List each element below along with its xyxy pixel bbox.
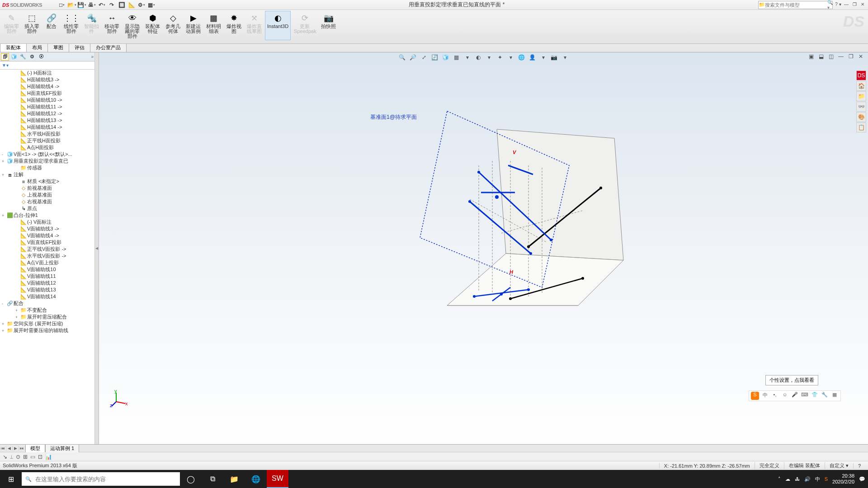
- tree-node[interactable]: 📐V面辅助线11: [0, 273, 94, 280]
- expand-icon[interactable]: +: [2, 322, 6, 326]
- solidworks-taskbar-icon[interactable]: SW: [267, 470, 288, 488]
- view-btn-3[interactable]: 🔄: [430, 54, 439, 62]
- vp-max-icon[interactable]: ❐: [846, 53, 855, 61]
- taskpane-resources-icon[interactable]: DS: [856, 70, 866, 80]
- taskpane-property-icon[interactable]: 📋: [856, 122, 866, 132]
- ribbon-insert-component[interactable]: ⬚插入零部件: [22, 11, 42, 40]
- ime-cn-icon[interactable]: 中: [761, 392, 769, 400]
- view-btn-14[interactable]: 📷: [550, 54, 559, 62]
- ime-keyboard-icon[interactable]: ⌨: [801, 392, 809, 400]
- windows-search-box[interactable]: 🔍: [22, 472, 180, 486]
- expand-icon[interactable]: +: [2, 159, 6, 164]
- ime-menu-icon[interactable]: ▦: [830, 392, 839, 400]
- ribbon-bom[interactable]: ▦材料明细表: [204, 11, 223, 40]
- notification-icon[interactable]: 💬: [859, 476, 865, 482]
- tree-node[interactable]: 📐正平线H面投影: [0, 137, 94, 144]
- tree-node[interactable]: 📐H面辅助线14 ->: [0, 124, 94, 131]
- qat-save[interactable]: 💾: [78, 1, 86, 9]
- tree-node[interactable]: ↳原点: [0, 205, 94, 212]
- tree-node[interactable]: 📁传感器: [0, 164, 94, 171]
- view-btn-11[interactable]: 🌐: [517, 54, 526, 62]
- close-button[interactable]: ✕: [859, 2, 866, 8]
- tree-node[interactable]: 📐V面辅助线3 ->: [0, 225, 94, 232]
- view-btn-12[interactable]: 👤: [528, 54, 537, 62]
- ribbon-new-motion[interactable]: ▶新建运动算例: [184, 11, 203, 40]
- tree-node[interactable]: +🧊用垂直投影定理求垂直已: [0, 158, 94, 164]
- taskpane-view-icon[interactable]: 👓: [856, 102, 866, 112]
- search-input[interactable]: [765, 2, 827, 8]
- ribbon-show-hidden[interactable]: 👁显示隐藏的零部件: [123, 11, 142, 40]
- minimize-button[interactable]: —: [843, 2, 850, 8]
- snap-2-icon[interactable]: ⟂: [10, 454, 13, 460]
- view-btn-9[interactable]: ✦: [495, 54, 505, 62]
- tree-node[interactable]: +📁展开时需要压缩的辅助线: [0, 327, 94, 334]
- personalize-tooltip[interactable]: 个性设置，点我看看: [765, 375, 818, 385]
- qat-redo[interactable]: ↷: [108, 1, 116, 9]
- snap-1-icon[interactable]: ↘: [3, 454, 7, 460]
- cm-tab-1[interactable]: 布局: [26, 43, 48, 52]
- tab-motion-study[interactable]: 运动算例 1: [45, 444, 79, 452]
- cm-tab-3[interactable]: 评估: [69, 43, 90, 52]
- view-btn-13[interactable]: ▾: [539, 54, 548, 62]
- system-tray[interactable]: ˄ ☁ 🖧 🔊 中 S 20:38 2020/2/20 💬: [778, 473, 868, 485]
- fm-tab-tree[interactable]: 🗐: [1, 53, 9, 61]
- tree-node[interactable]: 📐H面直线EF投影: [0, 90, 94, 97]
- restore-button[interactable]: ❐: [851, 2, 858, 8]
- view-btn-10[interactable]: ▾: [506, 54, 515, 62]
- view-btn-15[interactable]: ▾: [561, 54, 570, 62]
- ribbon-move-component[interactable]: ↔移动零部件: [102, 11, 122, 40]
- ime-punct-icon[interactable]: •,: [771, 392, 779, 400]
- fm-tab-dim[interactable]: ⚙: [28, 53, 36, 61]
- tree-node[interactable]: ◇上视基准面: [0, 192, 94, 198]
- tree-node[interactable]: 📐H面辅助线13 ->: [0, 117, 94, 124]
- ribbon-linear-pattern[interactable]: ⋮⋮线性零部件: [61, 11, 81, 40]
- vp-min-icon[interactable]: —: [836, 53, 845, 61]
- tree-node[interactable]: 📐水平线H面投影: [0, 131, 94, 137]
- ribbon-instant3d[interactable]: ◐Instant3D: [265, 11, 291, 40]
- snap-3-icon[interactable]: ⊙: [16, 454, 20, 460]
- qat-options[interactable]: ⚙: [137, 1, 146, 9]
- taskpane-appearance-icon[interactable]: 🎨: [856, 112, 866, 122]
- view-btn-1[interactable]: 🔎: [409, 54, 418, 62]
- view-btn-7[interactable]: ◐: [474, 54, 483, 62]
- filter-icon[interactable]: ▼▾: [2, 63, 9, 68]
- tree-node[interactable]: +🗈注解: [0, 171, 94, 178]
- graphics-area[interactable]: 🔍🔎⤢🔄🧊▦▾◐▾✦▾🌐👤▾📷▾ ▣ ⬓ ◫ — ❐ ✕ 基准面1@待求平面: [99, 52, 868, 444]
- tree-node[interactable]: 📐A点H面投影: [0, 144, 94, 151]
- cm-tab-4[interactable]: 办公室产品: [90, 43, 127, 52]
- tree-node[interactable]: ◇右视基准面: [0, 198, 94, 205]
- expand-icon[interactable]: +: [2, 328, 6, 333]
- model-viewport[interactable]: V H: [257, 93, 709, 346]
- tree-node[interactable]: 📐V面辅助线12: [0, 280, 94, 286]
- status-custom-menu[interactable]: 自定义 ▾: [825, 462, 853, 469]
- fm-expand-icon[interactable]: »: [91, 54, 94, 59]
- tree-node[interactable]: +🟩凸台-拉伸1: [0, 212, 94, 219]
- sogou-icon[interactable]: S: [751, 392, 759, 400]
- panel-collapse-handle[interactable]: [95, 52, 99, 444]
- tray-ime-icon[interactable]: 中: [815, 476, 820, 483]
- qat-undo[interactable]: ↶: [98, 1, 106, 9]
- expand-icon[interactable]: +: [2, 213, 6, 218]
- tree-node[interactable]: 📐V面辅助线14: [0, 293, 94, 300]
- vp-close-icon[interactable]: ✕: [856, 53, 865, 61]
- tree-node[interactable]: 📐V面辅助线10: [0, 266, 94, 273]
- browser-icon[interactable]: 🌐: [245, 470, 267, 488]
- tree-node[interactable]: 📐(-) V面标注: [0, 219, 94, 225]
- tree-node[interactable]: -🔗配合: [0, 300, 94, 307]
- ribbon-exploded-view[interactable]: ✸爆炸视图: [224, 11, 244, 40]
- expand-icon[interactable]: -: [2, 301, 6, 306]
- ribbon-snapshot[interactable]: 📷拍快照: [319, 11, 338, 40]
- view-btn-6[interactable]: ▾: [463, 54, 472, 62]
- file-explorer-icon[interactable]: 📁: [223, 470, 245, 488]
- tray-sogou-icon[interactable]: S: [825, 476, 828, 482]
- tree-node[interactable]: 📐正平线V面投影 ->: [0, 246, 94, 253]
- tree-node[interactable]: 📐V面辅助线13: [0, 286, 94, 293]
- qat-view[interactable]: ▦: [147, 1, 156, 9]
- taskpane-library-icon[interactable]: 🏠: [856, 81, 866, 91]
- tree-node[interactable]: 📐H面辅助线3 ->: [0, 76, 94, 83]
- ime-mic-icon[interactable]: 🎤: [791, 392, 799, 400]
- ime-emoji-icon[interactable]: ☺: [781, 392, 789, 400]
- expand-icon[interactable]: +: [15, 315, 20, 319]
- tray-volume-icon[interactable]: 🔊: [804, 476, 811, 482]
- view-btn-4[interactable]: 🧊: [441, 54, 450, 62]
